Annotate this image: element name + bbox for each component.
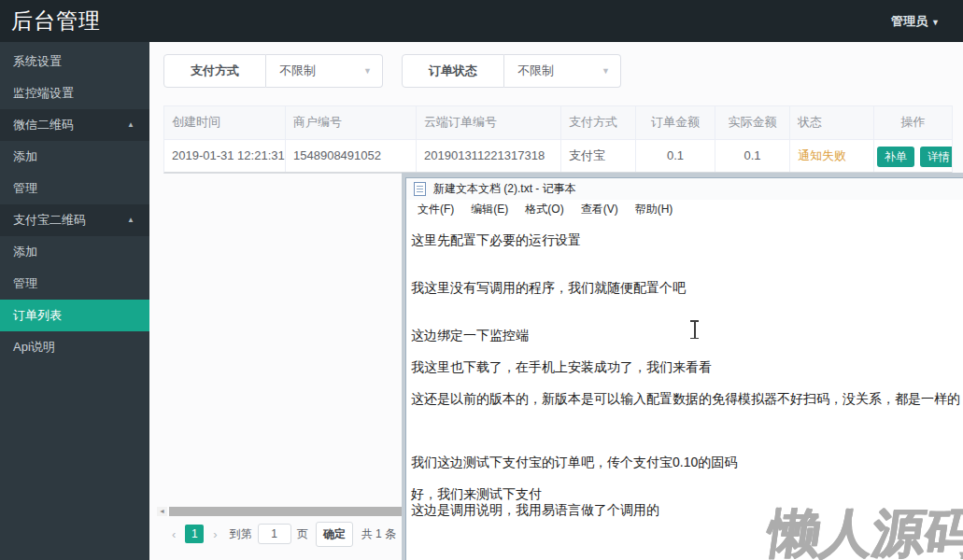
- cell-cloud-order-no: 201901311221317318: [417, 140, 561, 172]
- page-unit-label: 页: [297, 526, 308, 542]
- table-row: 2019-01-31 12:21:31 1548908491052 201901…: [164, 139, 952, 172]
- menu-help[interactable]: 帮助(H): [627, 202, 682, 217]
- chevron-up-icon: ▲: [127, 109, 135, 141]
- filter-order-status-select[interactable]: 不限制▼: [504, 54, 621, 88]
- goto-page-input[interactable]: 1: [258, 524, 291, 544]
- menu-edit[interactable]: 编辑(E): [462, 202, 517, 217]
- cell-actual-amount: 0.1: [715, 140, 790, 172]
- chevron-down-icon: ▼: [363, 55, 372, 87]
- sidebar-item-system-settings[interactable]: 系统设置: [0, 46, 149, 77]
- notepad-titlebar[interactable]: 新建文本文档 (2).txt - 记事本: [406, 178, 963, 200]
- notepad-menubar: 文件(F) 编辑(E) 格式(O) 查看(V) 帮助(H): [406, 200, 963, 219]
- menu-file[interactable]: 文件(F): [409, 202, 462, 217]
- filter-pay-method-label: 支付方式: [163, 54, 266, 88]
- filter-pay-method-select[interactable]: 不限制▼: [266, 54, 383, 88]
- chevron-up-icon: ▲: [127, 204, 135, 236]
- orders-table: 创建时间 商户编号 云端订单编号 支付方式 订单金额 实际金额 状态 操作 20…: [163, 105, 953, 174]
- filter-order-status: 订单状态 不限制▼: [402, 54, 621, 88]
- prev-page-button[interactable]: ‹: [172, 527, 176, 541]
- watermark: 懒人源码: [763, 498, 963, 560]
- reorder-button[interactable]: 补单: [877, 147, 914, 167]
- cell-pay-method: 支付宝: [561, 140, 636, 172]
- user-menu-label: 管理员: [891, 14, 928, 28]
- app-title: 后台管理: [11, 0, 101, 42]
- col-pay-method: 支付方式: [561, 106, 636, 139]
- filter-order-status-label: 订单状态: [402, 54, 504, 88]
- sidebar-item-monitor-settings[interactable]: 监控端设置: [0, 77, 149, 109]
- goto-label: 到第: [230, 526, 252, 542]
- confirm-button[interactable]: 确定: [316, 522, 353, 547]
- menu-view[interactable]: 查看(V): [573, 202, 627, 217]
- total-count-label: 共 1 条: [361, 526, 396, 542]
- chevron-down-icon: ▼: [602, 55, 610, 87]
- page-number-active[interactable]: 1: [185, 525, 204, 543]
- text-cursor-icon: [689, 320, 700, 339]
- sidebar-item-wechat-add[interactable]: 添加: [0, 141, 149, 173]
- col-actions: 操作: [874, 106, 952, 139]
- chevron-down-icon: ▼: [931, 18, 940, 27]
- next-page-button[interactable]: ›: [213, 527, 217, 541]
- table-header: 创建时间 商户编号 云端订单编号 支付方式 订单金额 实际金额 状态 操作: [164, 106, 952, 139]
- sidebar-item-order-list[interactable]: 订单列表: [0, 300, 149, 331]
- notepad-icon: [414, 182, 426, 196]
- filter-pay-method: 支付方式 不限制▼: [163, 54, 383, 88]
- sidebar-item-wechat-manage[interactable]: 管理: [0, 173, 149, 204]
- col-cloud-order-no: 云端订单编号: [417, 106, 561, 139]
- sidebar-item-api-doc[interactable]: Api说明: [0, 331, 149, 363]
- notepad-title: 新建文本文档 (2).txt - 记事本: [433, 181, 576, 197]
- user-menu[interactable]: 管理员▼: [891, 0, 940, 44]
- sidebar: 系统设置 监控端设置 微信二维码▲ 添加 管理 支付宝二维码▲ 添加 管理 订单…: [0, 42, 149, 560]
- detail-button[interactable]: 详情: [920, 147, 952, 167]
- status-badge: 通知失败: [790, 140, 874, 172]
- cell-actions: 补单详情: [874, 140, 952, 172]
- cell-merchant-no: 1548908491052: [286, 140, 417, 172]
- col-order-amount: 订单金额: [636, 106, 715, 139]
- scroll-left-button[interactable]: ◄: [157, 507, 167, 516]
- cell-created: 2019-01-31 12:21:31: [164, 140, 286, 172]
- col-merchant-no: 商户编号: [286, 106, 417, 139]
- col-created: 创建时间: [164, 106, 286, 139]
- cell-order-amount: 0.1: [636, 140, 715, 172]
- sidebar-group-alipay-qrcode[interactable]: 支付宝二维码▲: [0, 204, 149, 236]
- app-header: 后台管理 管理员▼: [0, 0, 963, 42]
- pagination: ‹ 1 › 到第 1 页 确定 共 1 条: [167, 523, 396, 545]
- menu-format[interactable]: 格式(O): [517, 202, 572, 217]
- sidebar-group-wechat-qrcode[interactable]: 微信二维码▲: [0, 109, 149, 141]
- col-status: 状态: [790, 106, 874, 139]
- col-actual-amount: 实际金额: [715, 106, 790, 139]
- sidebar-item-alipay-add[interactable]: 添加: [0, 236, 149, 268]
- sidebar-item-alipay-manage[interactable]: 管理: [0, 268, 149, 300]
